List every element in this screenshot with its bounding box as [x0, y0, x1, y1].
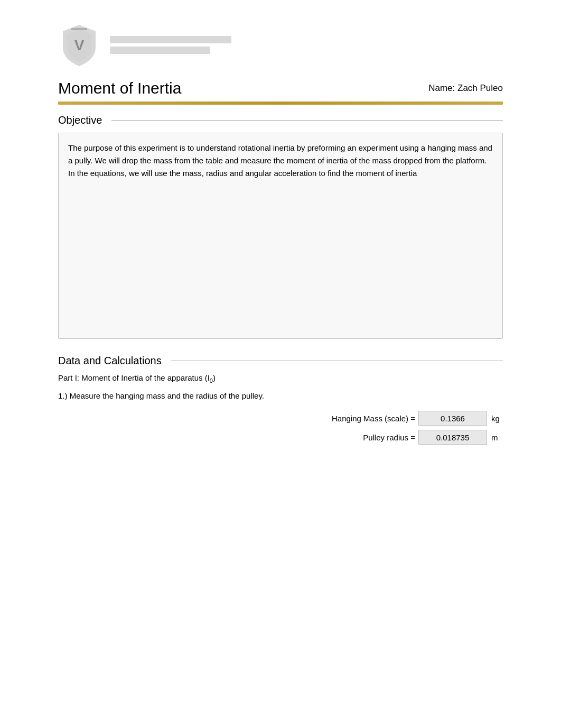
objective-heading: Objective — [58, 114, 102, 126]
gold-divider — [58, 102, 503, 105]
data-section: Data and Calculations Part I: Moment of … — [58, 355, 503, 445]
logo-text-block — [110, 36, 231, 54]
title-row: Moment of Inertia Name: Zach Puleo — [58, 79, 503, 97]
hanging-mass-value[interactable]: 0.1366 — [418, 411, 487, 426]
logo-area: V — [58, 21, 231, 69]
pulley-radius-unit: m — [487, 433, 503, 442]
objective-box[interactable]: The purpose of this experiment is to und… — [58, 133, 503, 339]
university-logo-icon: V — [58, 21, 100, 69]
objective-heading-line — [111, 120, 503, 121]
step1-label: 1.) Measure the hanging mass and the rad… — [58, 391, 503, 400]
logo-text-line-1 — [110, 36, 231, 43]
objective-text: The purpose of this experiment is to und… — [68, 142, 493, 180]
data-heading-line — [171, 361, 503, 361]
svg-text:V: V — [74, 37, 85, 53]
part1-label-prefix: Part I: Moment of Inertia of the apparat… — [58, 373, 210, 382]
part1-label: Part I: Moment of Inertia of the apparat… — [58, 373, 503, 384]
pulley-radius-value[interactable]: 0.018735 — [418, 430, 487, 445]
measurement-table: Hanging Mass (scale) = 0.1366 kg Pulley … — [58, 411, 503, 445]
page-title: Moment of Inertia — [58, 79, 181, 97]
name-label: Name: — [428, 83, 455, 93]
measurement-row-hanging-mass: Hanging Mass (scale) = 0.1366 kg — [58, 411, 503, 426]
objective-section-heading-row: Objective — [58, 114, 503, 126]
name-value: Zach Puleo — [457, 83, 503, 93]
data-section-heading-row: Data and Calculations — [58, 355, 503, 367]
pulley-radius-label: Pulley radius = — [281, 433, 418, 442]
page: V Moment of Inertia Name: Zach Puleo Obj… — [0, 0, 561, 728]
svg-rect-1 — [71, 28, 87, 30]
part1-label-suffix: ) — [213, 373, 216, 382]
header: V — [58, 21, 503, 69]
measurement-row-pulley-radius: Pulley radius = 0.018735 m — [58, 430, 503, 445]
name-field: Name: Zach Puleo — [428, 83, 503, 94]
logo-text-line-2 — [110, 47, 210, 54]
hanging-mass-label: Hanging Mass (scale) = — [281, 414, 418, 423]
data-heading: Data and Calculations — [58, 355, 162, 367]
hanging-mass-unit: kg — [487, 414, 503, 423]
